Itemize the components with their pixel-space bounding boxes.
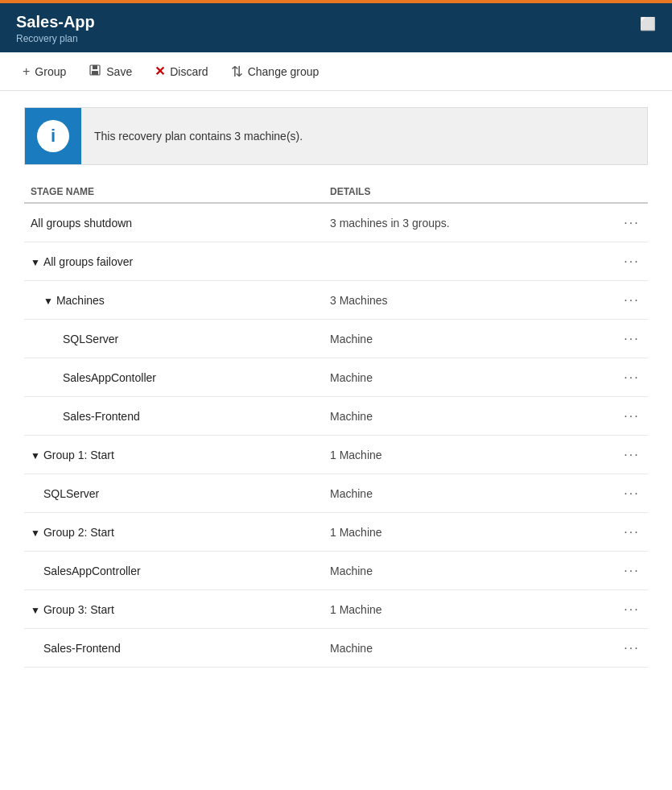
discard-label: Discard — [170, 65, 208, 78]
row-details-cell: Machine — [330, 565, 616, 577]
row-more-button[interactable]: ··· — [617, 483, 645, 504]
row-more-button[interactable]: ··· — [617, 522, 645, 543]
table-row: SalesAppContollerMachine··· — [24, 358, 648, 397]
chevron-icon[interactable]: ▼ — [43, 296, 53, 307]
add-group-button[interactable]: + Group — [13, 60, 76, 84]
row-stage-cell: SalesAppContoller — [24, 362, 330, 394]
svg-rect-2 — [92, 71, 98, 75]
app-title: Sales-App — [16, 13, 95, 31]
row-details-cell: 3 machines in 3 groups. — [330, 217, 616, 230]
row-more-button[interactable]: ··· — [617, 213, 645, 234]
row-stage-cell: All groups shutdown — [24, 207, 330, 239]
row-stage-cell: SQLServer — [24, 478, 330, 510]
change-group-icon: ⇅ — [231, 63, 243, 81]
row-stage-text: Group 1: Start — [43, 449, 114, 461]
table-row: ▼Group 2: Start1 Machine··· — [24, 513, 648, 552]
recovery-plan-table: STAGE NAME DETAILS All groups shutdown3 … — [0, 181, 672, 668]
add-icon: + — [23, 64, 30, 79]
row-stage-cell: Sales-Frontend — [24, 632, 330, 664]
save-label: Save — [106, 65, 132, 78]
row-actions-cell: ··· — [616, 483, 648, 504]
col-details-header: DETAILS — [330, 186, 648, 197]
row-more-button[interactable]: ··· — [617, 367, 645, 388]
table-row: SQLServerMachine··· — [24, 320, 648, 358]
row-stage-cell: ▼Group 1: Start — [24, 439, 330, 471]
info-banner: i This recovery plan contains 3 machine(… — [24, 107, 648, 165]
chevron-icon[interactable]: ▼ — [31, 605, 40, 616]
info-icon-box: i — [25, 108, 81, 164]
table-row: ▼Group 1: Start1 Machine··· — [24, 436, 648, 474]
chevron-icon[interactable]: ▼ — [31, 527, 40, 539]
save-button[interactable]: Save — [79, 59, 142, 85]
row-stage-text: Machines — [56, 294, 105, 307]
row-details-cell: 1 Machine — [330, 526, 616, 539]
save-icon — [89, 64, 101, 80]
row-more-button[interactable]: ··· — [617, 406, 645, 427]
app-subtitle: Recovery plan — [16, 33, 95, 44]
row-more-button[interactable]: ··· — [617, 599, 645, 620]
row-more-button[interactable]: ··· — [617, 290, 645, 311]
add-group-label: Group — [35, 65, 66, 78]
table-row: ▼All groups failover··· — [24, 242, 648, 281]
row-details-cell: Machine — [330, 333, 616, 345]
row-details-cell: Machine — [330, 487, 616, 500]
table-row: SalesAppControllerMachine··· — [24, 552, 648, 590]
chevron-icon[interactable]: ▼ — [31, 257, 40, 268]
row-stage-text: Group 3: Start — [43, 603, 114, 616]
row-actions-cell: ··· — [616, 251, 648, 272]
row-actions-cell: ··· — [616, 329, 648, 350]
row-details-cell: 3 Machines — [330, 294, 616, 307]
row-actions-cell: ··· — [616, 599, 648, 620]
row-stage-text: Sales-Frontend — [63, 410, 140, 423]
chevron-icon[interactable]: ▼ — [31, 450, 40, 461]
row-stage-text: All groups shutdown — [31, 217, 132, 230]
col-stage-header: STAGE NAME — [24, 186, 330, 197]
window-icon[interactable]: ⬜ — [640, 16, 656, 31]
row-stage-text: Sales-Frontend — [43, 642, 121, 655]
discard-button[interactable]: ✕ Discard — [145, 59, 217, 84]
row-actions-cell: ··· — [616, 290, 648, 311]
row-details-cell: Machine — [330, 371, 616, 384]
info-icon: i — [37, 120, 69, 152]
table-row: SQLServerMachine··· — [24, 474, 648, 513]
row-stage-text: SQLServer — [63, 333, 118, 345]
app-header: Sales-App Recovery plan ⬜ — [0, 3, 672, 52]
table-body: All groups shutdown3 machines in 3 group… — [24, 204, 648, 668]
row-stage-cell: ▼Machines — [24, 284, 330, 316]
row-actions-cell: ··· — [616, 406, 648, 427]
row-details-cell: 1 Machine — [330, 603, 616, 616]
row-details-cell: Machine — [330, 642, 616, 655]
table-row: Sales-FrontendMachine··· — [24, 629, 648, 668]
row-stage-cell: SQLServer — [24, 323, 330, 355]
row-details-cell: Machine — [330, 410, 616, 423]
row-more-button[interactable]: ··· — [617, 329, 645, 350]
info-text: This recovery plan contains 3 machine(s)… — [81, 130, 315, 143]
change-group-label: Change group — [248, 65, 320, 78]
row-stage-text: SalesAppController — [43, 565, 141, 577]
discard-icon: ✕ — [155, 64, 165, 79]
row-more-button[interactable]: ··· — [617, 251, 645, 272]
row-stage-text: SalesAppContoller — [63, 371, 156, 384]
row-stage-cell: ▼Group 2: Start — [24, 516, 330, 548]
change-group-button[interactable]: ⇅ Change group — [221, 58, 329, 85]
table-header: STAGE NAME DETAILS — [24, 181, 648, 204]
svg-rect-1 — [93, 65, 97, 69]
row-actions-cell: ··· — [616, 213, 648, 234]
row-actions-cell: ··· — [616, 638, 648, 659]
table-row: ▼Group 3: Start1 Machine··· — [24, 590, 648, 629]
row-stage-cell: SalesAppController — [24, 555, 330, 587]
row-stage-cell: Sales-Frontend — [24, 400, 330, 432]
row-stage-cell: ▼All groups failover — [24, 246, 330, 278]
row-more-button[interactable]: ··· — [617, 560, 645, 581]
table-row: ▼Machines3 Machines··· — [24, 281, 648, 320]
toolbar: + Group Save ✕ Discard ⇅ Change group — [0, 52, 672, 91]
header-text: Sales-App Recovery plan — [16, 13, 95, 44]
row-stage-text: SQLServer — [43, 487, 99, 500]
row-details-cell: 1 Machine — [330, 449, 616, 461]
row-more-button[interactable]: ··· — [617, 445, 645, 465]
row-actions-cell: ··· — [616, 367, 648, 388]
row-actions-cell: ··· — [616, 560, 648, 581]
row-stage-text: All groups failover — [43, 255, 133, 268]
row-actions-cell: ··· — [616, 522, 648, 543]
row-more-button[interactable]: ··· — [617, 638, 645, 659]
